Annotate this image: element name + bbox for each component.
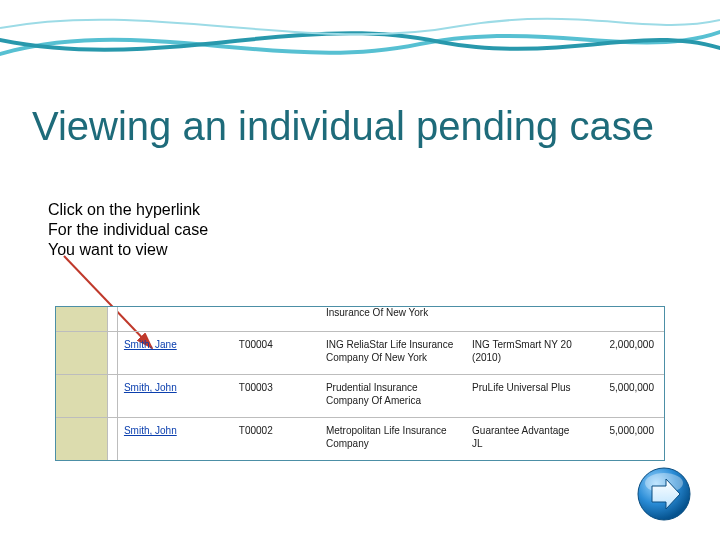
instruction-line: Click on the hyperlink (48, 200, 208, 220)
wave-decoration (0, 0, 720, 70)
cell-id: T00003 (233, 375, 320, 405)
sidebar-slice (56, 332, 108, 374)
gap-slice (108, 332, 118, 374)
next-slide-button[interactable] (636, 466, 692, 522)
sidebar-slice (56, 307, 108, 331)
cases-table: Insurance Of New York Smith, Jane T00004… (55, 306, 665, 461)
cell-id: T00004 (233, 332, 320, 362)
table-row: Smith, John T00002 Metropolitan Life Ins… (56, 417, 664, 460)
arrow-right-icon (636, 466, 692, 522)
cell-product (466, 307, 587, 312)
sidebar-slice (56, 418, 108, 460)
table-row: Smith, Jane T00004 ING ReliaStar Life In… (56, 331, 664, 374)
gap-slice (108, 418, 118, 460)
cell-amount (587, 307, 664, 312)
cell-insurer: Metropolitan Life Insurance Company (320, 418, 466, 460)
cell-amount: 2,000,000 (587, 332, 664, 362)
cell-id: T00002 (233, 418, 320, 448)
case-name-link[interactable]: Smith, John (124, 425, 177, 436)
cell-amount: 5,000,000 (587, 375, 664, 405)
cell-name: Smith, John (118, 418, 233, 448)
cell-product: PruLife Universal Plus (466, 375, 587, 405)
cell-amount: 5,000,000 (587, 418, 664, 448)
table-row: Smith, John T00003 Prudential Insurance … (56, 374, 664, 417)
cell-product: ING TermSmart NY 20 (2010) (466, 332, 587, 374)
instruction-text: Click on the hyperlink For the individua… (48, 200, 208, 260)
slide: Viewing an individual pending case Click… (0, 0, 720, 540)
case-name-link[interactable]: Smith, John (124, 382, 177, 393)
sidebar-slice (56, 375, 108, 417)
table-row: Insurance Of New York (56, 307, 664, 331)
cell-insurer: Insurance Of New York (320, 307, 466, 325)
instruction-line: You want to view (48, 240, 208, 260)
gap-slice (108, 307, 118, 331)
slide-title: Viewing an individual pending case (32, 105, 688, 147)
cell-name: Smith, John (118, 375, 233, 405)
cell-insurer: Prudential Insurance Company Of America (320, 375, 466, 417)
instruction-line: For the individual case (48, 220, 208, 240)
cell-name: Smith, Jane (118, 332, 233, 362)
cell-product: Guarantee Advantage JL (466, 418, 587, 460)
case-name-link[interactable]: Smith, Jane (124, 339, 177, 350)
gap-slice (108, 375, 118, 417)
cell-insurer: ING ReliaStar Life Insurance Company Of … (320, 332, 466, 374)
